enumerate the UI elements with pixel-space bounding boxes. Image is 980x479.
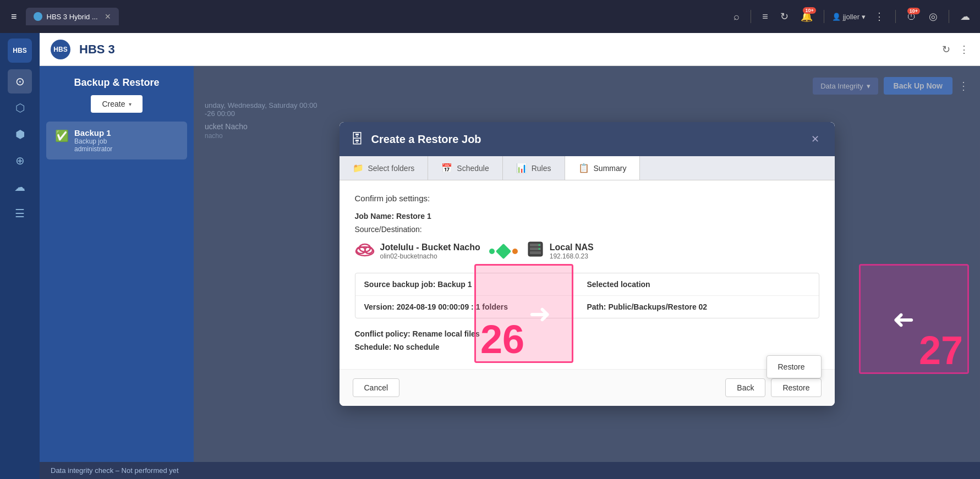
backup-item-type: Backup job <box>74 137 112 145</box>
connection-arrow <box>489 246 518 257</box>
status-bar: Data integrity check – Not performed yet <box>40 462 980 479</box>
modal-close-button[interactable]: ✕ <box>807 131 824 147</box>
job-name-row: Job Name: Restore 1 <box>355 212 819 221</box>
create-button-label: Create <box>102 100 125 108</box>
app-logo-text: HBS <box>53 46 67 53</box>
dest-nas-icon <box>527 240 544 262</box>
conflict-policy-row: Conflict policy: Rename local files <box>355 329 819 338</box>
activity-icon[interactable]: ◎ <box>926 7 941 26</box>
right-content: Data Integrity ▾ Back Up Now ⋮ unday, We… <box>194 66 980 462</box>
back-button[interactable]: Back <box>725 378 765 397</box>
version-label: Version: <box>364 302 395 311</box>
modal-overlay: 🗄 Create a Restore Job ✕ 📁 Select folder… <box>194 66 980 462</box>
browser-toolbar: ⌕ ≡ ↻ 🔔 10+ 👤 jjoller ▾ ⋮ ⏱ 10+ ◎ ☁ <box>123 7 973 26</box>
schedule-icon: 📅 <box>441 163 452 173</box>
more-button[interactable]: ⋮ <box>959 43 969 56</box>
sidebar-item-reports[interactable]: ☰ <box>8 201 32 225</box>
summary-icon: 📋 <box>578 163 589 173</box>
details-row-version: Version: 2024-08-19 00:00:09 : 1 folders… <box>355 296 819 318</box>
modal-header-icon: 🗄 <box>351 131 364 147</box>
footer-right: Back Restore Restore <box>725 378 821 397</box>
diamond-icon <box>496 243 511 258</box>
sidebar-item-restore[interactable]: ⬢ <box>8 122 32 146</box>
dest-sub: 192.168.0.23 <box>550 252 594 260</box>
backup-item-info: Backup 1 Backup job administrator <box>74 128 112 153</box>
version-cell: Version: 2024-08-19 00:00:09 : 1 folders <box>364 302 587 311</box>
job-name-value: Restore 1 <box>396 212 431 221</box>
rules-icon: 📊 <box>516 163 527 173</box>
source-name: Jotelulu - Bucket Nacho <box>380 243 480 252</box>
tab-select-folders-label: Select folders <box>368 164 415 173</box>
path-label: Path: <box>587 302 606 311</box>
browser-menu-icon[interactable]: ≡ <box>7 7 21 27</box>
source-backup-value: Backup 1 <box>437 280 472 289</box>
separator-4 <box>949 10 949 23</box>
tab-schedule[interactable]: 📅 Schedule <box>428 156 502 180</box>
app-header: HBS HBS 3 ↻ ⋮ <box>40 33 980 66</box>
browser-tab[interactable]: HBS 3 Hybrid ... ✕ <box>26 8 119 25</box>
separator-3 <box>895 10 896 23</box>
refresh-button[interactable]: ↻ <box>942 43 950 56</box>
selected-location-label: Selected location <box>587 280 650 289</box>
app-container: HBS ⊙ ⬡ ⬢ ⊕ ☁ ☰ HBS HBS 3 ↻ ⋮ Backup & R… <box>0 33 980 479</box>
dest-name: Local NAS <box>550 243 594 252</box>
tab-schedule-label: Schedule <box>457 164 489 173</box>
source-cloud-icon <box>355 241 375 261</box>
tab-summary-label: Summary <box>594 164 627 173</box>
backup-item-name: Backup 1 <box>74 128 112 137</box>
tab-favicon <box>34 12 42 21</box>
restore-dropdown-option[interactable]: Restore <box>767 358 821 376</box>
separator-1 <box>751 10 751 23</box>
layers-icon[interactable]: ≡ <box>759 8 771 26</box>
conflict-policy-value: Rename local files <box>413 329 480 338</box>
cancel-button[interactable]: Cancel <box>353 378 400 397</box>
schedule-field-label: Schedule: <box>355 343 392 351</box>
refresh-icon[interactable]: ↻ <box>777 7 792 26</box>
username-label: jjoller <box>843 13 859 21</box>
source-dest-label: Source/Destination: <box>355 225 819 234</box>
sidebar-item-backup[interactable]: ⬡ <box>8 96 32 120</box>
cloud-icon[interactable]: ☁ <box>957 7 973 26</box>
path-cell: Path: Public/Backups/Restore 02 <box>587 302 810 311</box>
modal-title: Create a Restore Job <box>371 133 799 146</box>
backup-status-icon: ✅ <box>55 129 69 142</box>
status-text: Data integrity check – Not performed yet <box>51 466 179 475</box>
tab-rules[interactable]: 📊 Rules <box>503 156 565 180</box>
restore-dropdown: Restore <box>767 355 822 378</box>
tab-close-icon[interactable]: ✕ <box>105 12 111 21</box>
user-dropdown-icon: ▾ <box>862 13 866 21</box>
more-icon[interactable]: ⋮ <box>871 7 888 26</box>
backup-list-item[interactable]: ✅ Backup 1 Backup job administrator <box>46 122 187 159</box>
source-backup-label: Source backup job: <box>364 280 436 289</box>
user-menu[interactable]: 👤 jjoller ▾ <box>832 13 866 21</box>
modal-footer: Cancel Back Restore Restore <box>340 369 835 406</box>
dest-box: Local NAS 192.168.0.23 <box>527 240 594 262</box>
sidebar-item-sync[interactable]: ⊕ <box>8 148 32 173</box>
details-row-source: Source backup job: Backup 1 Selected loc… <box>355 273 819 296</box>
select-folders-icon: 📁 <box>353 163 364 173</box>
panel-title: Backup & Restore <box>40 77 194 95</box>
modal-tabs: 📁 Select folders 📅 Schedule 📊 Rules <box>340 156 835 180</box>
backup-item-user: administrator <box>74 145 112 153</box>
tab-summary[interactable]: 📋 Summary <box>565 156 640 180</box>
user-icon: 👤 <box>832 13 841 21</box>
sidebar-item-home[interactable]: ⊙ <box>8 69 32 93</box>
timer-icon[interactable]: ⏱ 10+ <box>904 8 920 26</box>
timer-badge: 10+ <box>907 8 920 14</box>
tab-select-folders[interactable]: 📁 Select folders <box>340 156 429 180</box>
source-sub: olin02-bucketnacho <box>380 252 480 260</box>
left-panel: Backup & Restore Create ▾ ✅ Backup 1 Bac… <box>40 66 194 462</box>
source-box: Jotelulu - Bucket Nacho olin02-bucketnac… <box>355 241 480 261</box>
selected-location-cell: Selected location <box>587 280 810 289</box>
create-button[interactable]: Create ▾ <box>91 95 142 113</box>
conflict-policy-label: Conflict policy: <box>355 329 410 338</box>
svg-point-10 <box>538 252 540 254</box>
search-icon[interactable]: ⌕ <box>730 8 743 26</box>
modal-header: 🗄 Create a Restore Job ✕ <box>340 122 835 156</box>
dot-green-left <box>489 249 495 254</box>
sidebar-item-cloud[interactable]: ☁ <box>8 175 32 199</box>
schedule-field-value: No schedule <box>393 343 439 351</box>
restore-button[interactable]: Restore <box>771 378 821 397</box>
notifications-icon[interactable]: 🔔 10+ <box>797 7 816 26</box>
path-value: Public/Backups/Restore 02 <box>608 302 707 311</box>
